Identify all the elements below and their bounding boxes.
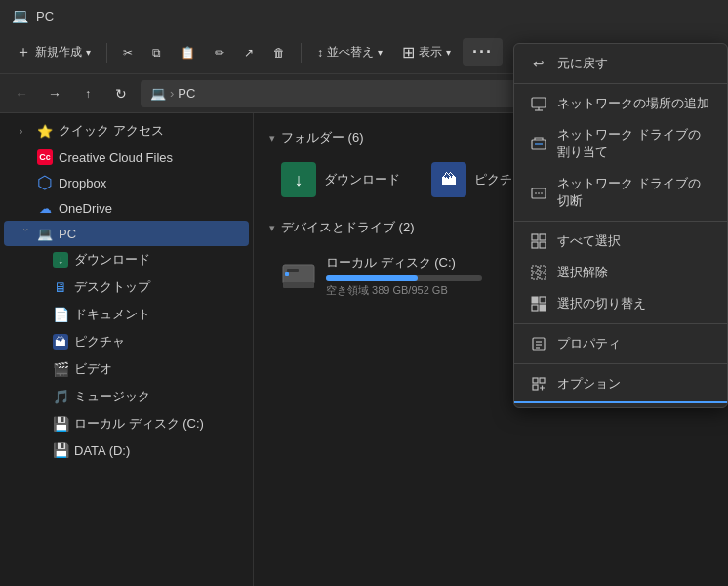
ctx-label-options: オプション (557, 375, 621, 393)
expand-icon-pc: › (20, 228, 31, 239)
sidebar-item-pc[interactable]: › 💻 PC (4, 221, 249, 246)
ctx-label-select-all: すべて選択 (557, 232, 621, 250)
drives-chevron-icon: ▾ (269, 222, 275, 234)
toolbar-separator-2 (301, 43, 302, 63)
window-title: PC (36, 9, 54, 23)
svg-rect-15 (532, 266, 538, 272)
ctx-item-add-network-location[interactable]: ネットワークの場所の追加 (514, 88, 727, 119)
ctx-item-undo[interactable]: ↩ 元に戻す (514, 48, 727, 79)
window-icon: 💻 (12, 8, 28, 23)
svg-rect-7 (532, 140, 546, 149)
folders-chevron-icon: ▾ (269, 132, 275, 145)
ctx-item-properties[interactable]: プロパティ (514, 328, 727, 359)
svg-rect-3 (285, 272, 289, 276)
delete-icon: 🗑 (273, 46, 285, 60)
new-chevron-icon: ▾ (86, 47, 91, 58)
copy-icon: ⧉ (152, 46, 161, 60)
sidebar-item-pictures[interactable]: 🏔 ピクチャ (4, 328, 249, 356)
back-button[interactable]: ← (8, 80, 35, 107)
disconnect-icon (530, 184, 547, 201)
ctx-item-disconnect-drive[interactable]: ネットワーク ドライブの切断 (514, 168, 727, 217)
drive-c-bar-fill (326, 275, 418, 281)
svg-rect-16 (540, 266, 546, 272)
paste-button[interactable]: 📋 (173, 42, 203, 63)
ctx-separator-2 (514, 221, 727, 222)
new-button[interactable]: ＋ 新規作成 ▾ (8, 38, 99, 66)
drive-c-icon (281, 259, 316, 294)
new-button-label: 新規作成 (35, 44, 82, 61)
deselect-icon (530, 264, 547, 281)
sidebar-label-videos: ビデオ (74, 360, 112, 378)
ctx-item-deselect[interactable]: 選択解除 (514, 257, 727, 288)
copy-button[interactable]: ⧉ (144, 42, 169, 63)
drives-section-label: デバイスとドライブ (2) (281, 219, 415, 236)
view-chevron-icon: ▾ (446, 47, 451, 58)
sort-button[interactable]: ↕ 並べ替え ▾ (309, 40, 390, 64)
svg-rect-13 (532, 242, 538, 248)
sidebar-item-local-disk-c[interactable]: 💾 ローカル ディスク (C:) (4, 410, 249, 438)
undo-icon: ↩ (530, 55, 547, 72)
ctx-item-options[interactable]: オプション (514, 368, 727, 403)
map-drive-icon (530, 135, 547, 152)
select-all-icon (530, 232, 547, 250)
context-menu: ↩ 元に戻す ネットワークの場所の追加 ネットワーク ドライブの割り当て (513, 43, 728, 408)
ctx-label-properties: プロパティ (557, 335, 621, 353)
sidebar-item-data-d[interactable]: 💾 DATA (D:) (4, 438, 249, 463)
more-icon: ··· (472, 42, 493, 63)
more-button[interactable]: ··· (463, 38, 503, 66)
sidebar-item-onedrive[interactable]: ☁ OneDrive (4, 195, 249, 221)
refresh-button[interactable]: ↻ (107, 80, 135, 107)
svg-rect-22 (540, 305, 546, 311)
documents-icon: 📄 (53, 307, 68, 322)
downloads-icon: ↓ (53, 252, 68, 268)
cut-icon: ✂ (123, 46, 133, 60)
sidebar-label-quick-access: クイック アクセス (59, 122, 164, 140)
forward-button[interactable]: → (41, 80, 68, 107)
rename-icon: ✏ (215, 46, 224, 60)
sidebar-item-videos[interactable]: 🎬 ビデオ (4, 356, 249, 383)
ctx-item-map-drive[interactable]: ネットワーク ドライブの割り当て (514, 119, 727, 168)
sidebar-item-quick-access[interactable]: › ⭐ クイック アクセス (4, 117, 249, 145)
star-icon: ⭐ (37, 123, 53, 139)
ctx-separator-3 (514, 323, 727, 324)
sidebar-item-desktop[interactable]: 🖥 デスクトップ (4, 273, 249, 301)
drive-c-bar-wrap (326, 275, 482, 281)
local-disk-c-icon: 💾 (53, 416, 68, 432)
sidebar-item-music[interactable]: 🎵 ミュージック (4, 383, 249, 410)
path-separator: › (170, 86, 174, 101)
svg-rect-18 (540, 273, 546, 279)
svg-rect-20 (540, 297, 546, 303)
folder-item-downloads[interactable]: ↓ ダウンロード (269, 156, 412, 203)
music-icon: 🎵 (53, 389, 68, 404)
cc-icon: Cc (37, 149, 53, 165)
sidebar-label-music: ミュージック (74, 388, 150, 405)
sidebar-item-dropbox[interactable]: ⬡ Dropbox (4, 170, 249, 195)
ctx-label-add-network: ネットワークの場所の追加 (557, 95, 709, 112)
data-d-icon: 💾 (53, 442, 68, 458)
folder-icon-downloads: ↓ (281, 162, 316, 197)
delete-button[interactable]: 🗑 (265, 42, 293, 63)
up-button[interactable]: ↑ (74, 80, 101, 107)
sidebar-item-documents[interactable]: 📄 ドキュメント (4, 301, 249, 328)
add-network-icon (530, 95, 547, 112)
ctx-item-invert-select[interactable]: 選択の切り替え (514, 288, 727, 319)
onedrive-icon: ☁ (37, 200, 53, 216)
invert-select-icon (530, 295, 547, 313)
view-button[interactable]: ⊞ 表示 ▾ (394, 39, 459, 65)
view-button-label: 表示 (419, 44, 442, 61)
ctx-separator-4 (514, 363, 727, 364)
svg-rect-4 (532, 98, 546, 107)
drive-c-free-label: 空き領域 (326, 284, 372, 296)
cut-button[interactable]: ✂ (115, 42, 141, 63)
sort-button-label: 並べ替え (327, 44, 374, 61)
share-button[interactable]: ↗ (236, 42, 262, 63)
rename-button[interactable]: ✏ (207, 42, 232, 63)
sidebar-item-creative-cloud[interactable]: Cc Creative Cloud Files (4, 145, 249, 170)
share-icon: ↗ (244, 46, 254, 60)
svg-rect-14 (540, 242, 546, 248)
title-bar: 💻 PC (0, 0, 728, 31)
sidebar-label-documents: ドキュメント (74, 306, 150, 323)
ctx-item-select-all[interactable]: すべて選択 (514, 226, 727, 257)
sidebar-item-downloads[interactable]: ↓ ダウンロード (4, 246, 249, 273)
address-path[interactable]: 💻 › PC (141, 80, 539, 107)
